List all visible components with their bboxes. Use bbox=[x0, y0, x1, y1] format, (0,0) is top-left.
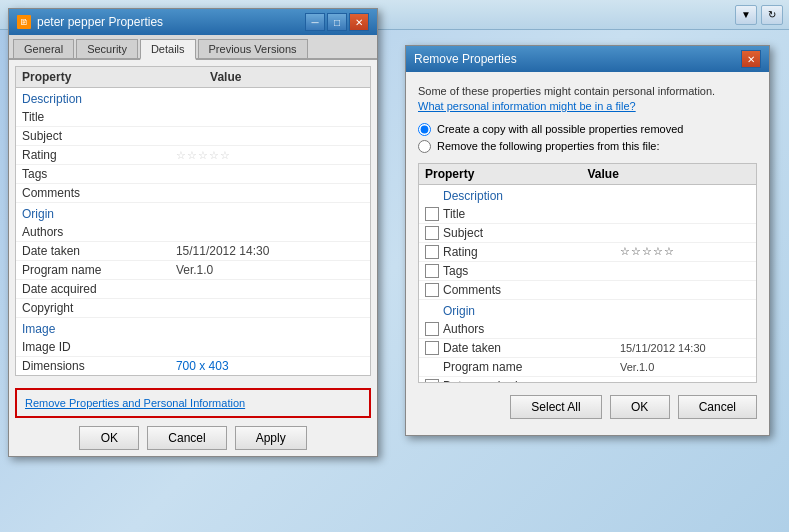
close-btn[interactable]: ✕ bbox=[349, 13, 369, 31]
remove-footer-buttons: Select All OK Cancel bbox=[510, 395, 757, 419]
main-properties-dialog: 🖹 peter pepper Properties ─ □ ✕ General … bbox=[8, 8, 378, 457]
header-property: Property bbox=[22, 70, 210, 84]
section-origin: Origin bbox=[16, 203, 370, 223]
maximize-btn[interactable]: □ bbox=[327, 13, 347, 31]
checkbox-title[interactable] bbox=[425, 207, 439, 221]
tab-previous-versions[interactable]: Previous Versions bbox=[198, 39, 308, 58]
table-row: Image ID bbox=[16, 338, 370, 357]
remove-body: Some of these properties might contain p… bbox=[406, 72, 769, 435]
remove-header-property: Property bbox=[425, 167, 588, 181]
radio-group: Create a copy with all possible properti… bbox=[418, 123, 757, 153]
personal-info-link[interactable]: What personal information might be in a … bbox=[418, 100, 636, 112]
remove-titlebar-left: Remove Properties bbox=[414, 52, 517, 66]
table-row: Comments bbox=[16, 184, 370, 203]
checkbox-comments[interactable] bbox=[425, 283, 439, 297]
table-row: Copyright bbox=[16, 299, 370, 318]
remove-ok-button[interactable]: OK bbox=[610, 395, 670, 419]
table-row: Rating ☆☆☆☆☆ bbox=[16, 146, 370, 165]
title-icon: 🖹 bbox=[17, 15, 31, 29]
header-value: Value bbox=[210, 70, 364, 84]
remove-table-container: Property Value Description Title Subject… bbox=[418, 163, 757, 383]
refresh-btn[interactable]: ↻ bbox=[761, 5, 783, 25]
checkbox-subject[interactable] bbox=[425, 226, 439, 240]
list-item: Comments bbox=[419, 281, 756, 300]
table-row: Title bbox=[16, 108, 370, 127]
section-image: Image bbox=[16, 318, 370, 338]
checkbox-tags[interactable] bbox=[425, 264, 439, 278]
radio-copy[interactable] bbox=[418, 123, 431, 136]
remove-section-description: Description bbox=[419, 185, 756, 205]
table-row: Date acquired bbox=[16, 280, 370, 299]
footer-buttons: OK Cancel Apply bbox=[15, 426, 371, 450]
titlebar-left: 🖹 peter pepper Properties bbox=[17, 15, 163, 29]
list-item: Rating ☆☆☆☆☆ bbox=[419, 243, 756, 262]
checkbox-date-taken[interactable] bbox=[425, 341, 439, 355]
remove-footer: Select All OK Cancel bbox=[418, 391, 757, 423]
radio-option-remove: Remove the following properties from thi… bbox=[418, 140, 757, 153]
select-all-button[interactable]: Select All bbox=[510, 395, 601, 419]
checkbox-rating[interactable] bbox=[425, 245, 439, 259]
titlebar-controls: ─ □ ✕ bbox=[305, 13, 369, 31]
remove-dialog-titlebar: Remove Properties ✕ bbox=[406, 46, 769, 72]
table-row: Dimensions 700 x 403 bbox=[16, 357, 370, 375]
radio-option-copy: Create a copy with all possible properti… bbox=[418, 123, 757, 136]
table-row: Date taken 15/11/2012 14:30 bbox=[16, 242, 370, 261]
table-row: Tags bbox=[16, 165, 370, 184]
apply-button[interactable]: Apply bbox=[235, 426, 307, 450]
remove-properties-link[interactable]: Remove Properties and Personal Informati… bbox=[25, 397, 245, 409]
remove-close-btn[interactable]: ✕ bbox=[741, 50, 761, 68]
main-dialog-title: peter pepper Properties bbox=[37, 15, 163, 29]
remove-link-box: Remove Properties and Personal Informati… bbox=[15, 388, 371, 418]
dialog-footer: Remove Properties and Personal Informati… bbox=[9, 382, 377, 456]
remove-header-value: Value bbox=[588, 167, 751, 181]
remove-titlebar-controls: ✕ bbox=[741, 50, 761, 68]
tab-general[interactable]: General bbox=[13, 39, 74, 58]
dropdown-btn[interactable]: ▼ bbox=[735, 5, 757, 25]
list-item: Date acquired bbox=[419, 377, 756, 383]
checkbox-authors[interactable] bbox=[425, 322, 439, 336]
minimize-btn[interactable]: ─ bbox=[305, 13, 325, 31]
tab-details[interactable]: Details bbox=[140, 39, 196, 60]
remove-table-header: Property Value bbox=[419, 164, 756, 185]
checkbox-date-acquired[interactable] bbox=[425, 379, 439, 383]
remove-description: Some of these properties might contain p… bbox=[418, 84, 757, 115]
props-table-header: Property Value bbox=[16, 67, 370, 88]
remove-properties-dialog: Remove Properties ✕ Some of these proper… bbox=[405, 45, 770, 436]
radio-copy-label: Create a copy with all possible properti… bbox=[437, 123, 683, 135]
section-description: Description bbox=[16, 88, 370, 108]
list-item: Subject bbox=[419, 224, 756, 243]
ok-button[interactable]: OK bbox=[79, 426, 139, 450]
list-item: Tags bbox=[419, 262, 756, 281]
table-row: Subject bbox=[16, 127, 370, 146]
remove-section-origin: Origin bbox=[419, 300, 756, 320]
main-dialog-titlebar: 🖹 peter pepper Properties ─ □ ✕ bbox=[9, 9, 377, 35]
tabs-container: General Security Details Previous Versio… bbox=[9, 35, 377, 60]
table-row: Authors bbox=[16, 223, 370, 242]
remove-dialog-title: Remove Properties bbox=[414, 52, 517, 66]
tab-security[interactable]: Security bbox=[76, 39, 138, 58]
remove-cancel-button[interactable]: Cancel bbox=[678, 395, 757, 419]
list-item: Date taken 15/11/2012 14:30 bbox=[419, 339, 756, 358]
list-item: Authors bbox=[419, 320, 756, 339]
cancel-button[interactable]: Cancel bbox=[147, 426, 226, 450]
list-item: Title bbox=[419, 205, 756, 224]
radio-remove[interactable] bbox=[418, 140, 431, 153]
radio-remove-label: Remove the following properties from thi… bbox=[437, 140, 660, 152]
list-item: Program name Ver.1.0 bbox=[419, 358, 756, 377]
table-row: Program name Ver.1.0 bbox=[16, 261, 370, 280]
